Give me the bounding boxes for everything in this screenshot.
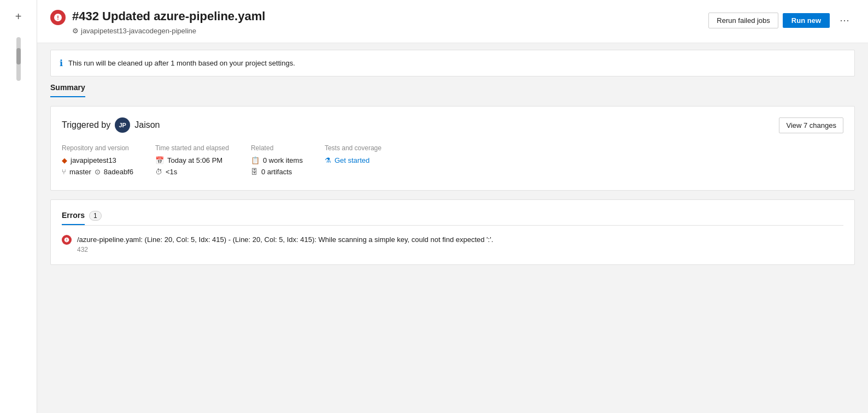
artifacts-row: 🗄 0 artifacts [251, 168, 303, 176]
info-banner-text: This run will be cleaned up after 1 mont… [68, 59, 295, 67]
error-status-icon [50, 10, 66, 25]
more-options-button[interactable]: ⋯ [834, 11, 855, 30]
info-banner: ℹ This run will be cleaned up after 1 mo… [50, 50, 855, 76]
time-elapsed-row: ⏱ <1s [155, 168, 229, 176]
work-items-count: 0 work items [263, 156, 303, 164]
summary-info-grid: Repository and version ◆ javapipetest13 … [62, 144, 843, 179]
work-items-row: 📋 0 work items [251, 156, 303, 164]
get-started-row: ⚗ Get started [325, 156, 382, 164]
repo-version-col: Repository and version ◆ javapipetest13 … [62, 144, 133, 179]
page-title: #432 Updated azure-pipeline.yaml [72, 9, 265, 25]
time-started: Today at 5:06 PM [167, 156, 222, 164]
header-title-block: #432 Updated azure-pipeline.yaml ⚙ javap… [72, 9, 265, 35]
pipeline-icon: ⚙ [72, 27, 79, 35]
triggered-row: Triggered by JP Jaison View 7 changes [62, 117, 843, 133]
sidebar-scrollbar [16, 37, 21, 81]
triggered-by-name: Jaison [134, 120, 160, 130]
header-actions: Rerun failed jobs Run new ⋯ [708, 11, 855, 30]
artifacts-count: 0 artifacts [261, 168, 292, 176]
repo-row: ◆ javapipetest13 [62, 156, 133, 164]
branch-icon: ⑂ [62, 168, 66, 176]
flask-icon: ⚗ [325, 156, 331, 164]
time-col: Time started and elapsed 📅 Today at 5:06… [155, 144, 229, 179]
work-items-icon: 📋 [251, 156, 260, 164]
errors-section: Errors 1 /azure-pipeline.yaml: (Line: 20… [50, 199, 855, 266]
page-header: #432 Updated azure-pipeline.yaml ⚙ javap… [37, 0, 868, 43]
commit-icon: ⊙ [95, 168, 101, 176]
time-started-row: 📅 Today at 5:06 PM [155, 156, 229, 164]
summary-section: Summary [50, 83, 855, 97]
error-item-icon [62, 235, 72, 245]
rerun-failed-jobs-button[interactable]: Rerun failed jobs [708, 13, 778, 28]
repo-icon: ◆ [62, 156, 67, 164]
error-id: 432 [77, 246, 493, 253]
artifacts-icon: 🗄 [251, 168, 258, 176]
commit-hash: 8adeabf6 [104, 168, 133, 176]
view-changes-button[interactable]: View 7 changes [779, 117, 843, 133]
triggered-left: Triggered by JP Jaison [62, 117, 160, 133]
avatar: JP [115, 117, 130, 133]
get-started-link[interactable]: Get started [335, 156, 370, 164]
repo-name: javapipetest13 [71, 156, 116, 164]
triggered-by-label: Triggered by [62, 120, 110, 130]
calendar-icon: 📅 [155, 156, 164, 164]
info-icon: ℹ [60, 58, 63, 68]
error-item: /azure-pipeline.yaml: (Line: 20, Col: 5,… [62, 234, 843, 254]
repo-version-label: Repository and version [62, 144, 133, 152]
time-elapsed: <1s [166, 168, 177, 176]
errors-tab-row: Errors 1 [62, 211, 843, 226]
sidebar-add-button[interactable]: + [9, 7, 28, 26]
summary-tab[interactable]: Summary [50, 83, 85, 97]
errors-tab[interactable]: Errors [62, 211, 85, 225]
tests-label: Tests and coverage [325, 144, 382, 152]
content-area: Summary Triggered by JP Jaison View 7 ch… [37, 83, 868, 279]
sidebar-scrollbar-thumb [16, 48, 21, 64]
error-message: /azure-pipeline.yaml: (Line: 20, Col: 5,… [77, 234, 493, 245]
errors-count-badge: 1 [89, 211, 102, 221]
sidebar: + [0, 0, 37, 413]
time-label: Time started and elapsed [155, 144, 229, 152]
header-left: #432 Updated azure-pipeline.yaml ⚙ javap… [50, 9, 265, 35]
main-content: #432 Updated azure-pipeline.yaml ⚙ javap… [37, 0, 868, 413]
run-new-button[interactable]: Run new [783, 13, 830, 28]
summary-card: Triggered by JP Jaison View 7 changes Re… [50, 106, 855, 191]
header-subtitle: ⚙ javapipetest13-javacodegen-pipeline [72, 27, 265, 35]
branch-row: ⑂ master ⊙ 8adeabf6 [62, 168, 133, 176]
tests-col: Tests and coverage ⚗ Get started [325, 144, 382, 179]
related-col: Related 📋 0 work items 🗄 0 artifacts [251, 144, 303, 179]
pipeline-name: javapipetest13-javacodegen-pipeline [81, 27, 196, 35]
branch-name: master [69, 168, 91, 176]
related-label: Related [251, 144, 303, 152]
error-item-body: /azure-pipeline.yaml: (Line: 20, Col: 5,… [77, 234, 493, 254]
clock-icon: ⏱ [155, 168, 162, 176]
